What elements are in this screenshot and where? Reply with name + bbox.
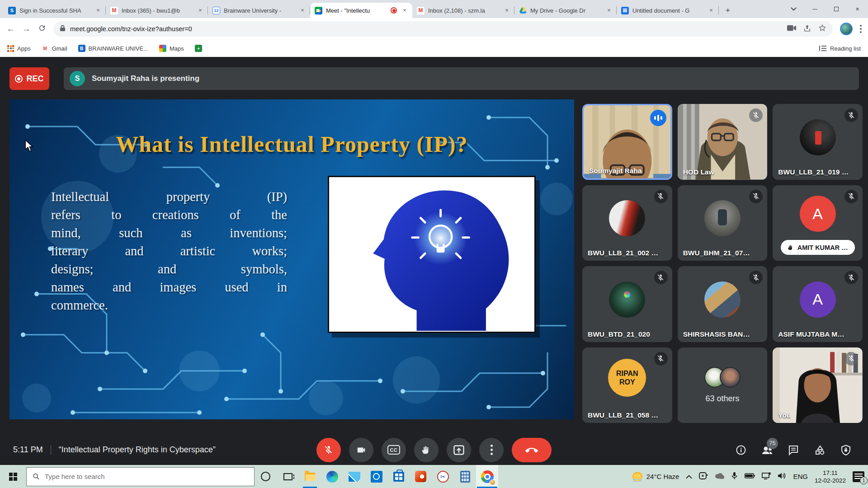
participant-tile-hod-law[interactable]: HOD Law [678, 104, 768, 180]
back-icon[interactable]: ← [6, 24, 15, 34]
participant-tile-btd[interactable]: BWU_BTD_21_020 [582, 266, 672, 342]
cortana-button[interactable] [255, 465, 277, 488]
reload-icon[interactable] [38, 24, 46, 34]
chat-button[interactable] [788, 444, 799, 456]
tab-close-icon[interactable]: × [401, 6, 409, 14]
start-button[interactable] [0, 465, 26, 488]
mail-button[interactable] [343, 465, 365, 488]
browser-menu-icon[interactable] [860, 25, 862, 33]
calculator-button[interactable] [454, 465, 476, 488]
file-explorer-button[interactable] [299, 465, 321, 488]
others-avatars [704, 367, 741, 388]
captions-button[interactable]: CC [382, 438, 406, 462]
tab-search-chevron-icon[interactable] [783, 0, 804, 18]
bookmark-sheets[interactable]: + [195, 45, 202, 52]
tab-camera-in-use-icon[interactable] [787, 25, 796, 33]
chrome-button[interactable] [476, 465, 498, 488]
mail-icon [349, 472, 360, 482]
battery-tray-icon[interactable] [744, 473, 755, 480]
participant-tile-amit[interactable]: A AMIT KUMAR … [773, 185, 863, 261]
activities-button[interactable] [814, 444, 826, 456]
participant-name: BWU_BTD_21_020 [588, 330, 650, 338]
tab-my-drive[interactable]: My Drive - Google Dr × [514, 3, 617, 18]
file-explorer-icon [305, 473, 316, 481]
tab-close-icon[interactable]: × [503, 6, 511, 14]
participant-tile-you[interactable]: You [773, 347, 863, 423]
window-minimize-button[interactable] [804, 0, 826, 18]
bookmark-brainware[interactable]: B BRAINWARE UNIVE... [78, 45, 148, 52]
sheets-icon: + [195, 45, 202, 52]
window-close-button[interactable]: × [847, 0, 868, 18]
tray-expand-chevron-icon[interactable] [686, 473, 692, 480]
mic-toggle-button[interactable] [316, 438, 341, 462]
language-indicator[interactable]: ENG [793, 473, 808, 480]
window-maximize-button[interactable] [826, 0, 847, 18]
tab-inbox-2108[interactable]: M Inbox (2,108) - szm.la × [412, 3, 514, 18]
url-text[interactable]: meet.google.com/tnz-ovix-ize?authuser=0 [70, 25, 783, 33]
profile-avatar[interactable] [840, 23, 853, 35]
tab-inbox-365[interactable]: M Inbox (365) - bwu1@b × [106, 3, 208, 18]
office-button[interactable] [410, 465, 432, 488]
participant-tile-soumyajit[interactable]: Soumyajit Raha [582, 104, 672, 180]
volume-tray-icon[interactable] [778, 472, 786, 481]
screen-recorder-tray-icon[interactable] [699, 472, 708, 481]
share-icon[interactable] [803, 24, 811, 34]
participant-tile-ripan[interactable]: RIPAN ROY BWU_LLB_21_058 … [582, 347, 672, 423]
tab-close-icon[interactable]: × [94, 6, 102, 14]
participant-tile-llb-002[interactable]: BWU_LLB_21_002 … [582, 185, 672, 261]
participant-name: ASIF MUJTABA M… [778, 330, 844, 338]
camera-toggle-button[interactable] [349, 438, 373, 462]
more-options-button[interactable] [479, 438, 504, 462]
microphone-tray-icon[interactable] [731, 472, 737, 481]
rec-label: REC [26, 74, 43, 84]
raise-hand-button[interactable] [414, 438, 439, 462]
lock-icon [60, 25, 66, 33]
taskbar-weather[interactable]: 24°C Haze [632, 472, 679, 482]
present-button[interactable] [447, 438, 471, 462]
forward-icon[interactable]: → [22, 24, 31, 34]
new-tab-button[interactable]: + [722, 4, 734, 17]
meeting-details-button[interactable] [735, 444, 747, 456]
slide-line: commerce. [51, 296, 287, 314]
participant-tile-shirshasis[interactable]: SHIRSHASIS BAN… [678, 266, 768, 342]
tab-sign-in[interactable]: S Sign in Successful SHA × [4, 3, 106, 18]
bookmark-star-icon[interactable] [818, 24, 826, 34]
snipping-tool-button[interactable]: ✂ [432, 465, 454, 488]
reading-list-button[interactable]: Reading list [819, 45, 861, 52]
participants-button[interactable]: 75 [761, 444, 773, 456]
tab-meet-active[interactable]: Meet - "Intellectu × [310, 3, 412, 18]
participant-tile-llb-019[interactable]: BWU_LLB_21_019 … [773, 104, 863, 180]
microsoft-store-button[interactable] [387, 465, 410, 488]
bookmark-maps[interactable]: Maps [159, 45, 184, 52]
host-controls-button[interactable] [840, 444, 852, 456]
taskbar-search[interactable] [26, 467, 255, 486]
tab-close-icon[interactable]: × [196, 6, 204, 14]
bookmarks-bar: Apps M Gmail B BRAINWARE UNIVE... Maps +… [0, 40, 868, 57]
search-input[interactable] [45, 473, 248, 480]
participant-tile-others[interactable]: 63 others [678, 347, 768, 423]
participant-tile-bhm[interactable]: BWU_BHM_21_07… [678, 185, 768, 261]
tab-brainware[interactable]: 12 Brainware University - × [208, 3, 310, 18]
bookmark-gmail[interactable]: M Gmail [42, 45, 67, 52]
bookmark-apps[interactable]: Apps [7, 45, 31, 52]
hand-raised-chip: AMIT KUMAR … [781, 240, 855, 255]
taskbar-clock[interactable]: 17:11 12-02-2022 [815, 469, 846, 484]
tab-close-icon[interactable]: × [707, 6, 715, 14]
more-options-icon [491, 445, 493, 455]
tab-close-icon[interactable]: × [605, 6, 613, 14]
edge-button[interactable] [321, 465, 343, 488]
notification-center-button[interactable]: 1 [853, 471, 864, 482]
presentation-slide[interactable]: What is Intellectual Property (IP)? Inte… [9, 99, 574, 419]
chat-icon [788, 445, 799, 455]
participant-tile-asif[interactable]: A ASIF MUJTABA M… [773, 266, 863, 342]
tab-close-icon[interactable]: × [298, 6, 307, 14]
presenter-avatar: S [70, 71, 85, 86]
task-view-button[interactable] [277, 465, 299, 488]
leave-call-button[interactable] [512, 438, 552, 462]
network-tray-icon[interactable] [762, 472, 771, 481]
sharepoint-icon: S [8, 7, 16, 14]
tab-untitled-doc[interactable]: Untitled document - G × [617, 3, 719, 18]
omnibox[interactable]: meet.google.com/tnz-ovix-ize?authuser=0 [53, 21, 833, 37]
onedrive-tray-icon[interactable] [715, 473, 725, 480]
dell-app-button[interactable] [365, 465, 387, 488]
